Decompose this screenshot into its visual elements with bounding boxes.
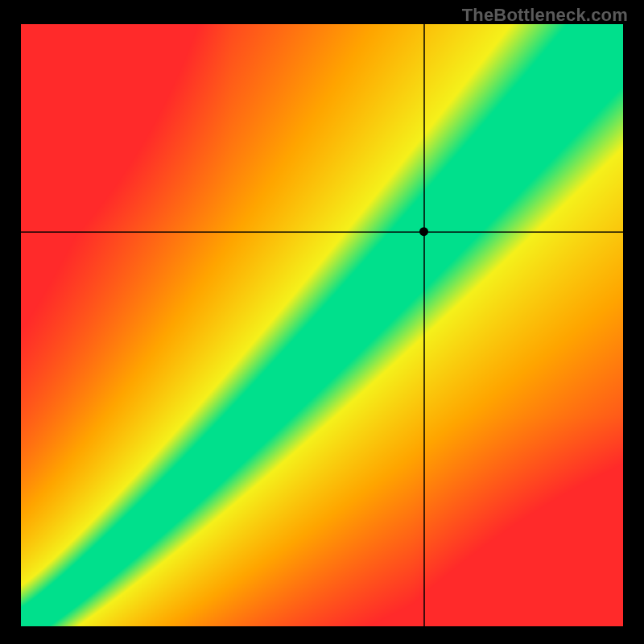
bottleneck-heatmap <box>21 24 623 626</box>
watermark-text: TheBottleneck.com <box>462 5 628 26</box>
chart-frame: TheBottleneck.com <box>0 0 644 644</box>
